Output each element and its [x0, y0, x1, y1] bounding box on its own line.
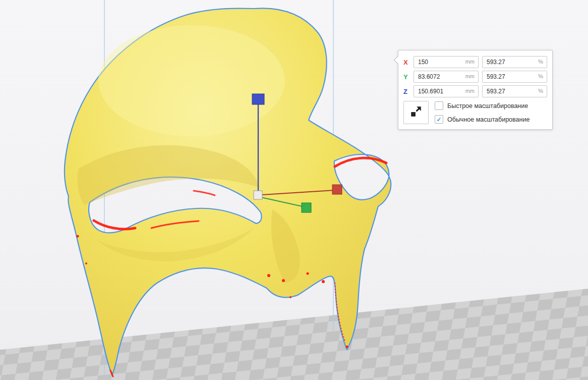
scale-z-mm-field: mm	[414, 85, 479, 97]
scale-to-max-icon	[409, 105, 423, 120]
axis-z-label: Z	[403, 88, 410, 95]
snap-scaling-label: Быстрое масштабирование	[447, 102, 528, 110]
scale-to-max-button[interactable]	[403, 101, 429, 124]
uniform-scaling-checkmark: ✓	[436, 117, 441, 123]
scale-x-percent-input[interactable]	[482, 56, 547, 68]
build-plate	[0, 289, 588, 380]
overhang-dot	[346, 346, 348, 348]
overhang-dot	[85, 262, 87, 264]
snap-scaling-checkbox-row[interactable]: Быстрое масштабирование	[435, 101, 530, 110]
overhang-dot	[77, 235, 79, 238]
scale-mode-checkboxes: Быстрое масштабирование ✓ Обычное масшта…	[435, 101, 530, 124]
scale-y-mm-field: mm	[414, 71, 479, 83]
overhang-dot	[267, 274, 270, 277]
gizmo-z-scale-handle[interactable]	[252, 94, 264, 104]
scale-row-x: X mm %	[403, 56, 547, 68]
uniform-scaling-label: Обычное масштабирование	[447, 116, 530, 123]
mask-highlight	[98, 25, 285, 136]
axis-y-label: Y	[403, 73, 410, 81]
axis-x-label: X	[403, 59, 410, 66]
uniform-scaling-checkbox[interactable]: ✓	[435, 115, 443, 124]
overhang-dot	[322, 280, 325, 283]
scale-y-percent-input[interactable]	[482, 71, 547, 83]
uniform-scaling-checkbox-row[interactable]: ✓ Обычное масштабирование	[435, 115, 530, 124]
overhang-left-eye-streak-1	[94, 221, 135, 229]
scale-x-mm-field: mm	[414, 56, 479, 68]
scale-row-y: Y mm %	[403, 71, 547, 83]
scale-z-mm-input[interactable]	[414, 85, 479, 97]
overhang-dot	[307, 273, 309, 275]
scale-panel-options: Быстрое масштабирование ✓ Обычное масшта…	[403, 101, 547, 124]
overhang-left-eye-top	[194, 191, 215, 195]
scale-x-percent-field: %	[482, 56, 547, 68]
overhang-dot	[282, 279, 285, 282]
scale-z-percent-field: %	[482, 85, 547, 97]
snap-scaling-checkbox[interactable]	[435, 101, 443, 110]
gizmo-x-scale-handle[interactable]	[332, 185, 342, 194]
scale-y-percent-field: %	[482, 71, 547, 83]
gizmo-center-handle[interactable]	[254, 191, 262, 199]
panel-pointer-notch	[393, 56, 398, 65]
scale-z-percent-input[interactable]	[482, 85, 547, 97]
scale-y-mm-input[interactable]	[414, 71, 479, 83]
scale-tool-panel: X mm % Y mm % Z mm %	[398, 50, 553, 130]
overhang-dot	[289, 296, 291, 298]
scale-x-mm-input[interactable]	[414, 56, 479, 68]
gizmo-y-scale-handle[interactable]	[302, 203, 311, 212]
scale-row-z: Z mm %	[403, 85, 547, 97]
